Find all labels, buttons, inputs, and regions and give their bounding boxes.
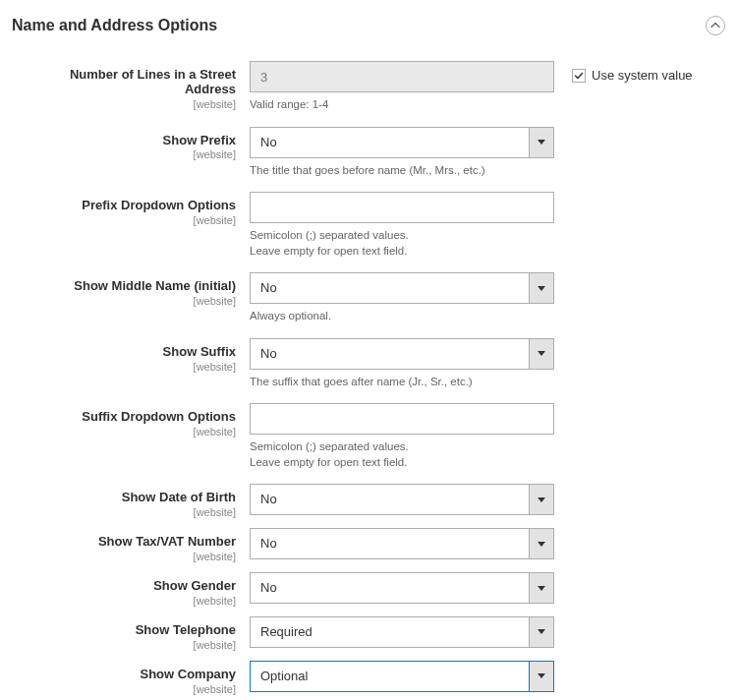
scope-label: [website] <box>47 214 236 226</box>
use-system-label: Use system value <box>592 68 693 83</box>
field-label: Show Date of Birth <box>47 491 236 505</box>
scope-label: [website] <box>47 506 236 518</box>
field-hint: Valid range: 1-4 <box>250 97 554 113</box>
select-value: No <box>250 572 554 604</box>
field-col: No Always optional. <box>250 272 554 324</box>
scope-label: [website] <box>47 295 236 307</box>
name-address-options-section: Name and Address Options Number of Lines… <box>0 0 737 700</box>
show-gender-select[interactable]: No <box>250 572 554 604</box>
use-system-wrap: Use system value <box>554 61 693 83</box>
suffix-options-input[interactable] <box>250 403 554 435</box>
label-col: Show Telephone [website] <box>47 616 250 651</box>
select-value: Optional <box>250 661 554 692</box>
row-taxvat: Show Tax/VAT Number [website] No <box>47 528 725 562</box>
chevron-down-icon <box>529 572 554 604</box>
field-hint: Semicolon (;) separated values. Leave em… <box>250 228 554 259</box>
label-col: Show Gender [website] <box>47 572 250 607</box>
section-title: Name and Address Options <box>12 17 217 34</box>
label-col: Show Suffix [website] <box>47 338 250 373</box>
row-middle-name: Show Middle Name (initial) [website] No … <box>47 272 725 324</box>
show-dob-select[interactable]: No <box>250 484 554 515</box>
show-middle-name-select[interactable]: No <box>250 272 554 304</box>
collapse-toggle[interactable] <box>706 16 725 35</box>
field-label: Show Gender <box>47 579 236 594</box>
prefix-options-input[interactable] <box>250 192 554 223</box>
scope-label: [website] <box>47 361 236 373</box>
field-hint: The suffix that goes after name (Jr., Sr… <box>250 375 554 390</box>
chevron-down-icon <box>529 616 554 648</box>
field-col: No <box>250 484 554 515</box>
field-col: Required <box>250 616 554 648</box>
fieldset: Number of Lines in a Street Address [web… <box>12 61 725 700</box>
field-col: No <box>250 572 554 604</box>
field-col: No The suffix that goes after name (Jr.,… <box>250 338 554 390</box>
field-label: Show Suffix <box>47 345 236 360</box>
row-suffix-options: Suffix Dropdown Options [website] Semico… <box>47 403 725 470</box>
row-suffix: Show Suffix [website] No The suffix that… <box>47 338 725 390</box>
label-col: Show Middle Name (initial) [website] <box>47 272 250 307</box>
field-col: Semicolon (;) separated values. Leave em… <box>250 403 554 470</box>
chevron-down-icon <box>529 528 554 559</box>
select-value: No <box>250 272 554 304</box>
field-col: Semicolon (;) separated values. Leave em… <box>250 192 554 259</box>
label-col: Prefix Dropdown Options [website] <box>47 192 250 226</box>
label-col: Show Prefix [website] <box>47 127 250 161</box>
row-prefix: Show Prefix [website] No The title that … <box>47 127 725 179</box>
field-label: Suffix Dropdown Options <box>47 410 236 425</box>
chevron-down-icon <box>529 272 554 304</box>
show-company-select[interactable]: Optional <box>250 661 554 692</box>
scope-label: [website] <box>47 639 236 651</box>
field-label: Number of Lines in a Street Address <box>47 68 236 97</box>
select-value: No <box>250 528 554 559</box>
chevron-up-icon <box>710 21 720 30</box>
scope-label: [website] <box>47 426 236 438</box>
chevron-down-icon <box>529 127 554 158</box>
field-label: Show Telephone <box>47 623 236 638</box>
label-col: Show Date of Birth [website] <box>47 484 250 518</box>
label-col: Suffix Dropdown Options [website] <box>47 403 250 438</box>
show-suffix-select[interactable]: No <box>250 338 554 370</box>
chevron-down-icon <box>529 338 554 370</box>
row-company: Show Company [website] Optional <box>47 661 725 695</box>
checkmark-icon <box>574 71 584 81</box>
scope-label: [website] <box>47 595 236 607</box>
row-prefix-options: Prefix Dropdown Options [website] Semico… <box>47 192 725 259</box>
row-dob: Show Date of Birth [website] No <box>47 484 725 518</box>
row-telephone: Show Telephone [website] Required <box>47 616 725 651</box>
scope-label: [website] <box>47 551 236 562</box>
field-hint: The title that goes before name (Mr., Mr… <box>250 163 554 179</box>
show-taxvat-select[interactable]: No <box>250 528 554 559</box>
select-value: No <box>250 338 554 370</box>
select-value: No <box>250 484 554 515</box>
field-label: Show Middle Name (initial) <box>47 279 236 294</box>
scope-label: [website] <box>47 148 236 160</box>
select-value: No <box>250 127 554 158</box>
scope-label: [website] <box>47 683 236 695</box>
field-col: No <box>250 528 554 559</box>
street-lines-input <box>250 61 554 92</box>
field-label: Show Tax/VAT Number <box>47 535 236 550</box>
chevron-down-icon <box>529 661 554 692</box>
show-prefix-select[interactable]: No <box>250 127 554 158</box>
field-label: Show Company <box>47 668 236 682</box>
field-col: Valid range: 1-4 <box>250 61 554 113</box>
section-header: Name and Address Options <box>12 16 725 35</box>
row-gender: Show Gender [website] No <box>47 572 725 607</box>
field-hint: Always optional. <box>250 309 554 324</box>
field-label: Prefix Dropdown Options <box>47 199 236 213</box>
field-hint: Semicolon (;) separated values. Leave em… <box>250 439 554 470</box>
field-col: No The title that goes before name (Mr.,… <box>250 127 554 179</box>
field-label: Show Prefix <box>47 134 236 148</box>
chevron-down-icon <box>529 484 554 515</box>
select-value: Required <box>250 616 554 648</box>
row-street-lines: Number of Lines in a Street Address [web… <box>47 61 725 113</box>
label-col: Show Tax/VAT Number [website] <box>47 528 250 562</box>
show-telephone-select[interactable]: Required <box>250 616 554 648</box>
field-col: Optional <box>250 661 554 692</box>
use-system-checkbox[interactable] <box>572 69 586 83</box>
label-col: Number of Lines in a Street Address [web… <box>47 61 250 110</box>
label-col: Show Company [website] <box>47 661 250 695</box>
scope-label: [website] <box>47 98 236 110</box>
